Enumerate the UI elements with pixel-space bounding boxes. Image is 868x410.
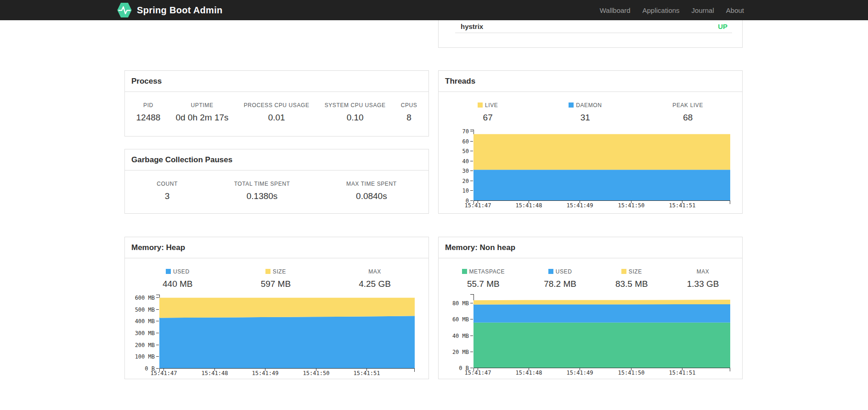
svg-text:40: 40 — [462, 158, 469, 165]
metric-threads-daemon: DAEMON 31 — [569, 102, 602, 123]
metric-heap-size: SIZE 597 MB — [261, 268, 291, 289]
metric-uptime: UPTIME 0d 0h 2m 17s — [175, 102, 228, 123]
service-name: hystrix — [461, 23, 483, 30]
svg-text:15:41:47: 15:41:47 — [465, 370, 491, 376]
svg-text:15:41:47: 15:41:47 — [465, 202, 491, 209]
process-panel-heading: Process — [125, 71, 428, 92]
gc-panel-title: Garbage Collection Pauses — [131, 155, 232, 165]
gc-metrics: COUNT 3 TOTAL TIME SPENT 0.1380s MAX TIM… — [125, 171, 428, 201]
memory-nonheap-panel: Memory: Non heap METASPACE 55.7 MB USED … — [438, 237, 743, 379]
nonheap-panel-title: Memory: Non heap — [445, 243, 515, 252]
metric-threads-live: LIVE 67 — [478, 102, 498, 123]
svg-text:400 MB: 400 MB — [135, 318, 155, 325]
svg-text:15:41:51: 15:41:51 — [669, 202, 696, 209]
heap-legend: USED 440 MB SIZE 597 MB MAX 4.25 GB — [125, 258, 428, 289]
nav-item-applications[interactable]: Applications — [637, 6, 686, 14]
metric-gc-max-time: MAX TIME SPENT 0.0840s — [346, 181, 397, 201]
daemon-legend-swatch — [569, 102, 574, 108]
service-status-panel: hystrix UP — [438, 20, 743, 48]
nav-menu: Wallboard Applications Journal About — [594, 0, 744, 20]
metric-gc-count: COUNT 3 — [157, 181, 178, 201]
svg-text:100 MB: 100 MB — [135, 353, 155, 360]
heap-panel-title: Memory: Heap — [131, 243, 185, 252]
size-legend-swatch — [621, 269, 626, 274]
brand-link[interactable]: Spring Boot Admin — [117, 0, 223, 20]
metric-nonheap-metaspace: METASPACE 55.7 MB — [462, 268, 505, 289]
threads-panel-title: Threads — [445, 77, 475, 86]
metric-process-cpu-usage: PROCESS CPU USAGE 0.01 — [244, 102, 310, 123]
svg-text:60 MB: 60 MB — [452, 316, 469, 323]
memory-heap-panel: Memory: Heap USED 440 MB SIZE 597 MB MAX… — [124, 237, 429, 379]
svg-text:60: 60 — [462, 138, 469, 145]
nav-item-wallboard[interactable]: Wallboard — [594, 6, 637, 14]
navbar: Spring Boot Admin Wallboard Applications… — [0, 0, 868, 20]
svg-text:200 MB: 200 MB — [135, 342, 155, 348]
svg-text:15:41:47: 15:41:47 — [151, 370, 177, 376]
metric-pid: PID 12488 — [136, 102, 161, 123]
metric-nonheap-used: USED 78.2 MB — [544, 268, 576, 289]
nonheap-chart: 0 B20 MB40 MB60 MB80 MB15:41:4715:41:481… — [439, 291, 742, 378]
svg-text:15:41:51: 15:41:51 — [354, 370, 380, 376]
svg-text:20: 20 — [462, 178, 469, 184]
used-legend-swatch — [166, 269, 171, 274]
metaspace-legend-swatch — [462, 269, 467, 274]
status-badge: UP — [718, 23, 727, 30]
nav-item-journal[interactable]: Journal — [686, 6, 720, 14]
svg-text:15:41:48: 15:41:48 — [516, 370, 542, 376]
gc-panel-heading: Garbage Collection Pauses — [125, 149, 428, 171]
nav-item-about[interactable]: About — [720, 6, 744, 14]
live-legend-swatch — [478, 102, 483, 108]
size-legend-swatch — [265, 269, 271, 274]
threads-panel: Threads LIVE 67 DAEMON 31 PEAK LIVE 68 0… — [438, 70, 743, 214]
svg-text:15:41:49: 15:41:49 — [567, 370, 593, 376]
brand-title: Spring Boot Admin — [137, 5, 223, 16]
svg-text:15:41:48: 15:41:48 — [202, 370, 228, 376]
threads-legend: LIVE 67 DAEMON 31 PEAK LIVE 68 — [439, 92, 742, 123]
svg-text:15:41:49: 15:41:49 — [567, 202, 593, 209]
metric-nonheap-size: SIZE 83.5 MB — [615, 268, 648, 289]
threads-panel-heading: Threads — [439, 71, 742, 92]
svg-text:300 MB: 300 MB — [135, 330, 155, 336]
nonheap-panel-heading: Memory: Non heap — [439, 237, 742, 258]
metric-heap-max: MAX 4.25 GB — [359, 268, 391, 289]
svg-text:50: 50 — [462, 148, 469, 154]
svg-text:15:41:50: 15:41:50 — [618, 202, 645, 209]
svg-text:20 MB: 20 MB — [452, 349, 469, 355]
threads-chart: 01020304050607015:41:4715:41:4815:41:491… — [439, 126, 742, 213]
metric-cpus: CPUS 8 — [401, 102, 417, 123]
metric-threads-peak-live: PEAK LIVE 68 — [672, 102, 703, 123]
service-status-row: hystrix UP — [455, 20, 732, 33]
svg-text:10: 10 — [462, 188, 469, 194]
process-panel-title: Process — [131, 77, 162, 86]
process-metrics: PID 12488 UPTIME 0d 0h 2m 17s PROCESS CP… — [125, 92, 428, 123]
metric-system-cpu-usage: SYSTEM CPU USAGE 0.10 — [325, 102, 386, 123]
svg-text:30: 30 — [462, 168, 469, 174]
used-legend-swatch — [548, 269, 553, 274]
svg-text:600 MB: 600 MB — [135, 295, 155, 301]
svg-text:40 MB: 40 MB — [452, 333, 469, 339]
svg-text:15:41:49: 15:41:49 — [252, 370, 279, 376]
metric-nonheap-max: MAX 1.33 GB — [687, 268, 719, 289]
spring-boot-admin-logo-icon — [117, 2, 132, 18]
metric-heap-used: USED 440 MB — [163, 268, 192, 289]
gc-pauses-panel: Garbage Collection Pauses COUNT 3 TOTAL … — [124, 149, 429, 214]
heap-panel-heading: Memory: Heap — [125, 237, 428, 258]
svg-text:15:41:50: 15:41:50 — [303, 370, 330, 376]
svg-text:80 MB: 80 MB — [452, 300, 469, 307]
nonheap-legend: METASPACE 55.7 MB USED 78.2 MB SIZE 83.5… — [439, 258, 742, 289]
svg-text:15:41:50: 15:41:50 — [618, 370, 645, 376]
svg-text:15:41:51: 15:41:51 — [669, 370, 696, 376]
svg-text:15:41:48: 15:41:48 — [516, 202, 542, 209]
metric-gc-total-time: TOTAL TIME SPENT 0.1380s — [234, 181, 290, 201]
svg-text:500 MB: 500 MB — [135, 307, 155, 313]
svg-text:70: 70 — [462, 128, 469, 135]
process-panel: Process PID 12488 UPTIME 0d 0h 2m 17s PR… — [124, 70, 429, 137]
heap-chart: 0 B100 MB200 MB300 MB400 MB500 MB600 MB1… — [125, 291, 428, 378]
